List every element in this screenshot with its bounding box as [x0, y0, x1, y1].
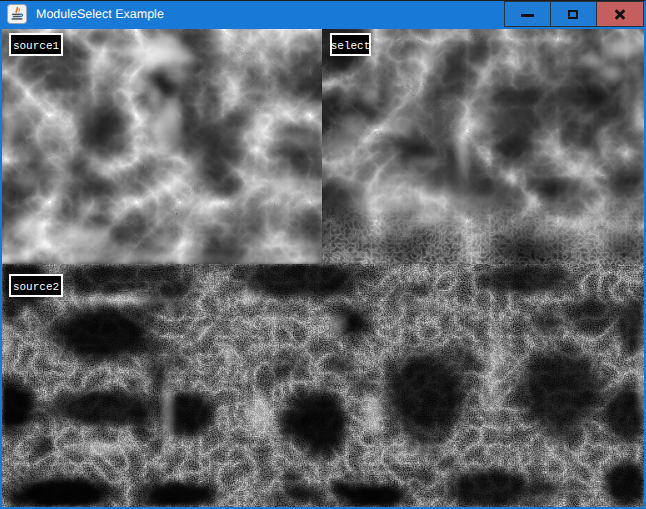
svg-text:source2: source2 [13, 281, 59, 293]
svg-text:source1: source1 [13, 40, 60, 52]
svg-text:select: select [332, 40, 369, 52]
